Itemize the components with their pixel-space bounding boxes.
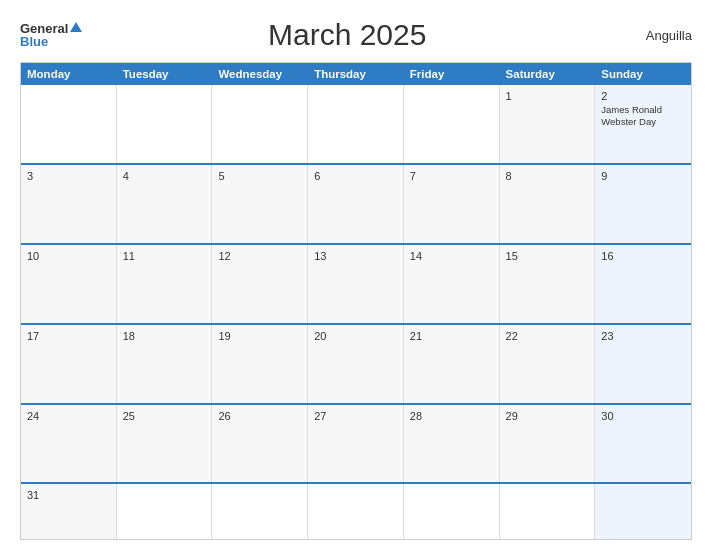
date-1: 1 (506, 90, 589, 102)
date-10: 10 (27, 250, 110, 262)
cell-w3-mon: 10 (21, 245, 117, 323)
cell-w4-tue: 18 (117, 325, 213, 403)
cell-w6-wed (212, 484, 308, 539)
date-30: 30 (601, 410, 685, 422)
cell-w5-sun: 30 (595, 405, 691, 483)
week-2: 3 4 5 6 7 8 9 (21, 163, 691, 243)
date-2: 2 (601, 90, 685, 102)
cell-w6-fri (404, 484, 500, 539)
event-james-ronald: James Ronald Webster Day (601, 104, 685, 129)
cell-w4-wed: 19 (212, 325, 308, 403)
calendar: Monday Tuesday Wednesday Thursday Friday… (20, 62, 692, 540)
cell-w1-sun: 2 James Ronald Webster Day (595, 85, 691, 163)
date-5: 5 (218, 170, 301, 182)
cell-w6-tue (117, 484, 213, 539)
calendar-title: March 2025 (82, 18, 612, 52)
cell-w5-tue: 25 (117, 405, 213, 483)
date-25: 25 (123, 410, 206, 422)
header: General Blue March 2025 Anguilla (20, 18, 692, 52)
cell-w1-sat: 1 (500, 85, 596, 163)
date-27: 27 (314, 410, 397, 422)
date-6: 6 (314, 170, 397, 182)
logo-blue-text: Blue (20, 35, 48, 48)
cell-w5-thu: 27 (308, 405, 404, 483)
date-26: 26 (218, 410, 301, 422)
cell-w2-fri: 7 (404, 165, 500, 243)
cell-w5-fri: 28 (404, 405, 500, 483)
cell-w3-sun: 16 (595, 245, 691, 323)
cell-w4-sun: 23 (595, 325, 691, 403)
cell-w2-sat: 8 (500, 165, 596, 243)
date-17: 17 (27, 330, 110, 342)
cell-w3-thu: 13 (308, 245, 404, 323)
header-sunday: Sunday (595, 63, 691, 85)
cell-w4-sat: 22 (500, 325, 596, 403)
cell-w6-thu (308, 484, 404, 539)
logo: General Blue (20, 22, 82, 48)
cell-w5-wed: 26 (212, 405, 308, 483)
cell-w3-wed: 12 (212, 245, 308, 323)
region-label: Anguilla (612, 28, 692, 43)
date-28: 28 (410, 410, 493, 422)
cell-w4-thu: 20 (308, 325, 404, 403)
calendar-body: 1 2 James Ronald Webster Day 3 4 5 6 7 8… (21, 85, 691, 539)
week-5: 24 25 26 27 28 29 30 (21, 403, 691, 483)
cell-w3-fri: 14 (404, 245, 500, 323)
cell-w2-mon: 3 (21, 165, 117, 243)
date-31: 31 (27, 489, 110, 501)
header-friday: Friday (404, 63, 500, 85)
date-8: 8 (506, 170, 589, 182)
cell-w2-thu: 6 (308, 165, 404, 243)
header-saturday: Saturday (500, 63, 596, 85)
header-monday: Monday (21, 63, 117, 85)
cell-w5-mon: 24 (21, 405, 117, 483)
cell-w6-sat (500, 484, 596, 539)
date-14: 14 (410, 250, 493, 262)
header-thursday: Thursday (308, 63, 404, 85)
cell-w4-fri: 21 (404, 325, 500, 403)
date-15: 15 (506, 250, 589, 262)
cell-w1-fri (404, 85, 500, 163)
date-7: 7 (410, 170, 493, 182)
page: General Blue March 2025 Anguilla Monday … (0, 0, 712, 550)
date-23: 23 (601, 330, 685, 342)
week-6: 31 (21, 482, 691, 539)
date-18: 18 (123, 330, 206, 342)
week-4: 17 18 19 20 21 22 23 (21, 323, 691, 403)
date-13: 13 (314, 250, 397, 262)
cell-w1-mon (21, 85, 117, 163)
cell-w1-thu (308, 85, 404, 163)
date-29: 29 (506, 410, 589, 422)
cell-w5-sat: 29 (500, 405, 596, 483)
cell-w4-mon: 17 (21, 325, 117, 403)
week-3: 10 11 12 13 14 15 16 (21, 243, 691, 323)
date-11: 11 (123, 250, 206, 262)
logo-triangle-icon (70, 22, 82, 32)
cell-w2-wed: 5 (212, 165, 308, 243)
cell-w2-sun: 9 (595, 165, 691, 243)
cell-w3-sat: 15 (500, 245, 596, 323)
date-24: 24 (27, 410, 110, 422)
header-tuesday: Tuesday (117, 63, 213, 85)
date-22: 22 (506, 330, 589, 342)
calendar-header: Monday Tuesday Wednesday Thursday Friday… (21, 63, 691, 85)
header-wednesday: Wednesday (212, 63, 308, 85)
cell-w6-sun (595, 484, 691, 539)
date-21: 21 (410, 330, 493, 342)
cell-w6-mon: 31 (21, 484, 117, 539)
date-12: 12 (218, 250, 301, 262)
cell-w3-tue: 11 (117, 245, 213, 323)
week-1: 1 2 James Ronald Webster Day (21, 85, 691, 163)
date-16: 16 (601, 250, 685, 262)
cell-w2-tue: 4 (117, 165, 213, 243)
date-3: 3 (27, 170, 110, 182)
date-9: 9 (601, 170, 685, 182)
cell-w1-wed (212, 85, 308, 163)
date-4: 4 (123, 170, 206, 182)
cell-w1-tue (117, 85, 213, 163)
date-19: 19 (218, 330, 301, 342)
date-20: 20 (314, 330, 397, 342)
